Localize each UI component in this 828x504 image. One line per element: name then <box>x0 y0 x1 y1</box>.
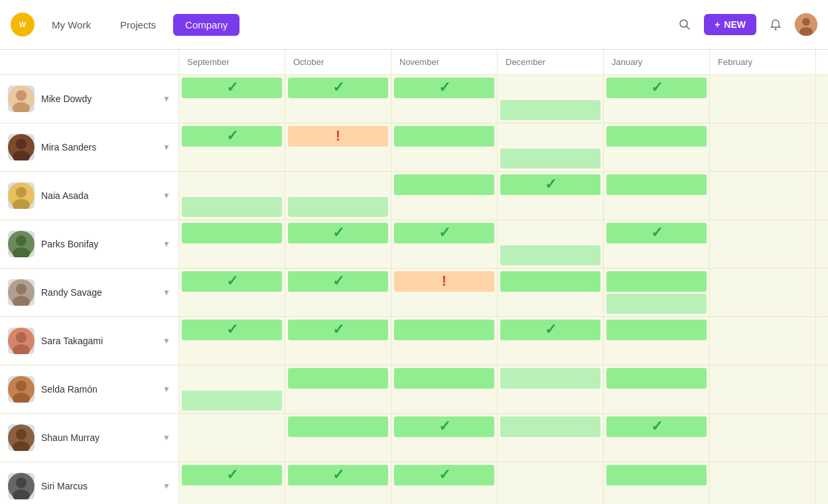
month-cell: ✓ <box>179 462 285 504</box>
exclaim-icon: ! <box>336 127 340 145</box>
check-icon: ✓ <box>439 79 450 96</box>
nav-company[interactable]: Company <box>173 14 240 36</box>
month-cell: ✓ <box>179 75 285 123</box>
check-icon: ✓ <box>651 418 663 435</box>
topbar: W My Work Projects Company + NEW <box>0 0 828 50</box>
month-cell <box>710 269 816 316</box>
person-name: Shaun Murray <box>41 432 100 443</box>
avatar <box>8 182 34 209</box>
month-cell <box>498 220 604 268</box>
chevron-down-icon[interactable]: ▼ <box>163 191 171 200</box>
svg-point-6 <box>802 18 810 26</box>
svg-point-24 <box>16 332 27 343</box>
check-icon: ✓ <box>226 321 238 338</box>
month-cell <box>179 220 285 268</box>
name-cell: Sara Takagami ▼ <box>0 317 179 365</box>
month-cell <box>604 365 710 413</box>
svg-point-9 <box>16 90 27 101</box>
header-october: October <box>285 50 391 74</box>
person-group: Selda Ramón ▼ <box>0 365 828 414</box>
nav-my-work[interactable]: My Work <box>40 14 103 36</box>
grid-container: September October November December Janu… <box>0 50 828 504</box>
check-icon: ✓ <box>545 321 557 338</box>
month-cell <box>604 462 710 504</box>
person-group: Shaun Murray ▼ ✓✓ <box>0 414 828 462</box>
person-group: Mike Dowdy ▼ ✓✓✓✓ <box>0 75 828 123</box>
chevron-down-icon[interactable]: ▼ <box>163 336 171 346</box>
person-group: Naia Asada ▼ ✓ <box>0 172 828 220</box>
check-icon: ✓ <box>651 224 663 241</box>
month-cell: ✓ <box>391 220 498 268</box>
month-cell <box>391 317 498 365</box>
person-name: Sara Takagami <box>41 336 103 346</box>
name-cell: Parks Bonifay ▼ <box>0 220 179 268</box>
table-row: Parks Bonifay ▼ ✓✓✓ <box>0 220 828 268</box>
check-icon: ✓ <box>439 466 450 483</box>
month-cell <box>498 365 604 413</box>
chevron-down-icon[interactable]: ▼ <box>163 94 171 103</box>
header-december: December <box>498 50 604 74</box>
month-cell: ✓ <box>391 414 498 462</box>
person-group: Mira Sanders ▼ ✓! <box>0 123 828 172</box>
data-rows: Mike Dowdy ▼ ✓✓✓✓ Mira Sanders ▼ ✓! Naia… <box>0 75 828 504</box>
svg-point-4 <box>775 29 777 31</box>
month-cell <box>710 317 816 365</box>
search-button[interactable] <box>673 13 696 36</box>
topbar-right: + NEW <box>673 13 817 36</box>
avatar <box>8 376 34 403</box>
month-cell <box>285 365 391 413</box>
person-name: Randy Savage <box>41 287 102 298</box>
nav-projects[interactable]: Projects <box>108 14 168 36</box>
month-cell: ✓ <box>285 220 391 268</box>
table-row: Shaun Murray ▼ ✓✓ <box>0 414 828 462</box>
month-cell: ! <box>285 123 391 171</box>
month-cell <box>498 269 604 316</box>
check-icon: ✓ <box>651 79 663 96</box>
chevron-down-icon[interactable]: ▼ <box>163 433 171 442</box>
svg-text:W: W <box>19 21 27 29</box>
name-cell: Randy Savage ▼ <box>0 269 179 316</box>
month-cell <box>498 414 604 462</box>
month-cell: ✓ <box>604 414 710 462</box>
svg-point-21 <box>16 284 27 294</box>
chevron-down-icon[interactable]: ▼ <box>163 481 171 491</box>
month-cell: ✓ <box>285 317 391 365</box>
person-name: Selda Ramón <box>41 384 98 395</box>
avatar <box>8 134 34 160</box>
name-cell: Shaun Murray ▼ <box>0 414 179 462</box>
chevron-down-icon[interactable]: ▼ <box>163 239 171 249</box>
person-group: Randy Savage ▼ ✓✓! <box>0 269 828 317</box>
month-cell <box>179 172 285 220</box>
chevron-down-icon[interactable]: ▼ <box>163 288 171 297</box>
table-row: Sara Takagami ▼ ✓✓✓ <box>0 317 828 365</box>
month-cell <box>498 462 604 504</box>
month-cell: ✓ <box>498 172 604 220</box>
bell-button[interactable] <box>764 13 787 36</box>
chevron-down-icon[interactable]: ▼ <box>163 385 171 394</box>
person-name: Mira Sanders <box>41 142 96 153</box>
check-icon: ✓ <box>332 466 344 483</box>
name-cell: Selda Ramón ▼ <box>0 365 179 413</box>
header-name <box>0 50 179 74</box>
person-name: Naia Asada <box>41 190 89 201</box>
month-cell <box>391 172 498 220</box>
table-row: Selda Ramón ▼ <box>0 365 828 413</box>
name-cell: Siri Marcus ▼ <box>0 462 179 504</box>
avatar <box>8 231 34 257</box>
header-row: September October November December Janu… <box>0 50 828 75</box>
check-icon: ✓ <box>439 418 450 435</box>
name-cell: Mira Sanders ▼ <box>0 123 179 171</box>
header-february: February <box>710 50 816 74</box>
month-cell <box>391 365 498 413</box>
month-cell <box>604 172 710 220</box>
check-icon: ✓ <box>439 224 450 241</box>
chevron-down-icon[interactable]: ▼ <box>163 143 171 152</box>
check-icon: ✓ <box>226 466 238 483</box>
month-cell <box>498 75 604 123</box>
header-january: January <box>604 50 710 74</box>
new-plus-icon: + <box>715 19 720 30</box>
check-icon: ✓ <box>332 224 344 241</box>
user-avatar[interactable] <box>795 13 817 36</box>
month-cell: ✓ <box>604 220 710 268</box>
new-button[interactable]: + NEW <box>704 14 756 35</box>
